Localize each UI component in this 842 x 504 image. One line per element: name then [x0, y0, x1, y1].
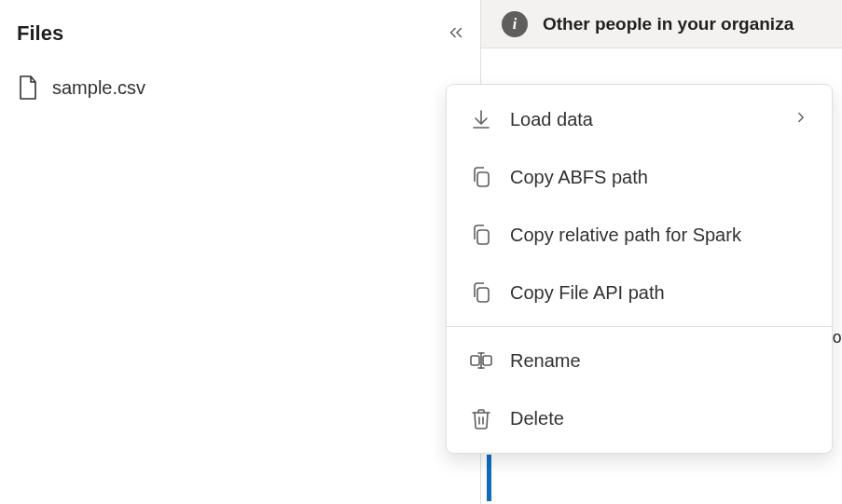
menu-label: Copy File API path [510, 282, 809, 304]
menu-item-copy-fileapi-path[interactable]: Copy File API path [447, 264, 832, 321]
copy-icon [469, 165, 493, 189]
menu-divider [447, 326, 832, 327]
info-bar: i Other people in your organiza [481, 0, 842, 48]
menu-label: Copy relative path for Spark [510, 225, 809, 246]
sidebar-header: Files [0, 17, 480, 50]
files-sidebar: Files sample.csv [0, 0, 480, 504]
menu-item-copy-abfs-path[interactable]: Copy ABFS path [447, 148, 832, 206]
svg-rect-3 [477, 230, 489, 244]
file-item-sample-csv[interactable]: sample.csv [17, 71, 480, 104]
collapse-sidebar-button[interactable] [441, 19, 471, 48]
file-list: sample.csv [0, 50, 480, 104]
menu-item-delete[interactable]: Delete [447, 389, 832, 447]
info-icon: i [502, 11, 528, 37]
rename-icon [469, 348, 493, 373]
menu-item-load-data[interactable]: Load data [447, 90, 832, 148]
menu-label: Rename [510, 350, 809, 372]
info-bar-message: Other people in your organiza [543, 14, 794, 34]
menu-label: Delete [510, 408, 809, 429]
download-icon [469, 107, 493, 131]
trash-icon [469, 406, 493, 430]
file-context-menu: Load data Copy ABFS path Copy relative p… [446, 84, 833, 454]
cell-indicator [487, 455, 491, 501]
menu-item-copy-spark-path[interactable]: Copy relative path for Spark [447, 206, 832, 264]
file-icon [17, 75, 39, 101]
sidebar-title: Files [17, 21, 63, 46]
copy-icon [469, 223, 493, 247]
svg-rect-4 [477, 288, 489, 302]
menu-item-rename[interactable]: Rename [447, 332, 832, 389]
svg-rect-5 [471, 356, 479, 365]
menu-label: Load data [510, 109, 776, 130]
svg-rect-6 [483, 356, 491, 365]
svg-rect-2 [477, 172, 489, 186]
copy-icon [469, 280, 493, 305]
chevron-right-icon [793, 109, 809, 130]
file-name-label: sample.csv [52, 77, 145, 99]
chevron-double-left-icon [446, 22, 466, 46]
menu-label: Copy ABFS path [510, 167, 809, 188]
